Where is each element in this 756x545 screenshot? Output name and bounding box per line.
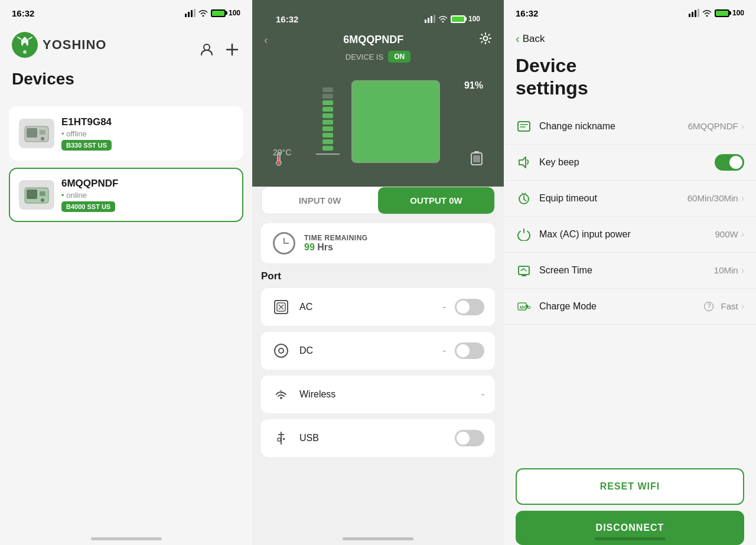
profile-button[interactable] [198, 41, 215, 58]
seg8 [322, 133, 333, 138]
device-thumbnail-0 [22, 122, 51, 145]
battery-right-icon [470, 151, 483, 169]
port-value-ac: - [443, 302, 446, 312]
svg-rect-54 [519, 266, 529, 275]
panel-devices: 16:32 100 [0, 0, 252, 545]
svg-point-7 [23, 50, 27, 54]
svg-point-16 [41, 137, 44, 141]
settings-item-screentime[interactable]: Screen Time 10Min › [504, 253, 756, 289]
svg-rect-28 [278, 156, 279, 162]
settings-label-screentime: Screen Time [539, 265, 707, 276]
settings-item-power[interactable]: Max (AC) input power 900W › [504, 217, 756, 253]
time-label: TIME REMAINING [304, 234, 368, 242]
wifi-icon-p2 [438, 15, 448, 22]
device-list: E1HT9G84 offline B330 SST US 6MQQPNDF on… [0, 106, 252, 222]
brand-name: YOSHINO [43, 37, 106, 53]
battery-text-p2: 100 [468, 15, 480, 23]
settings-value-chargemode: Fast › [721, 301, 744, 312]
time-remaining-card: TIME REMAINING 99 Hrs [261, 223, 495, 263]
chevron-screentime: › [741, 265, 744, 276]
page-title: Devices [12, 67, 240, 97]
thermometer-svg [273, 152, 285, 166]
settings-item-chargemode[interactable]: MODE Charge Mode ? Fast › [504, 289, 756, 325]
settings-title: Device settings [516, 54, 744, 100]
settings-value-timeout: 60Min/30Min › [687, 193, 744, 204]
settings-item-timeout[interactable]: Equip timeout 60Min/30Min › [504, 181, 756, 217]
svg-point-20 [41, 198, 44, 202]
chevron-chargemode: › [741, 301, 744, 312]
svg-rect-2 [191, 10, 193, 17]
port-item-ac: AC - [261, 288, 495, 326]
profile-icon [200, 43, 213, 56]
gear-icon [479, 32, 492, 45]
svg-point-10 [204, 44, 210, 50]
usb-toggle[interactable] [455, 430, 484, 446]
ac-toggle[interactable] [455, 299, 484, 315]
back-chevron: ‹ [516, 32, 520, 45]
chargemode-help-icon[interactable]: ? [704, 302, 713, 311]
svg-rect-45 [689, 14, 690, 17]
battery-segments [316, 87, 340, 156]
input-tab[interactable]: INPUT 0W [262, 187, 378, 214]
nickname-icon [516, 118, 532, 135]
panel-detail: 16:32 100 ‹ [252, 0, 504, 545]
device-info-1: 6MQQPNDF online B4000 SST US [61, 178, 233, 212]
header-top: YOSHINO [12, 32, 240, 67]
device-header-dark: 16:32 100 ‹ [252, 0, 504, 187]
settings-value-nickname: 6MQQPNDF › [688, 121, 744, 132]
seg10 [322, 146, 333, 151]
home-indicator-p1 [91, 537, 162, 540]
timeout-svg [517, 192, 531, 205]
output-tab[interactable]: OUTPUT 0W [378, 187, 494, 214]
chevron-nickname: › [741, 121, 744, 132]
svg-rect-47 [695, 10, 696, 17]
time-unit-label: Hrs [317, 242, 333, 252]
settings-gear-button[interactable] [479, 32, 492, 48]
back-button-p3[interactable]: ‹ Back [516, 32, 744, 45]
wireless-svg [273, 386, 289, 403]
svg-point-39 [280, 397, 282, 399]
settings-item-nickname[interactable]: Change nickname 6MQQPNDF › [504, 109, 756, 145]
port-item-wireless: Wireless - [261, 376, 495, 413]
device-info-0: E1HT9G84 offline B330 SST US [61, 116, 233, 151]
settings-item-keybeep[interactable]: Key beep [504, 145, 756, 181]
svg-rect-3 [194, 9, 195, 17]
keybeep-toggle[interactable] [715, 154, 744, 171]
home-indicator-p2 [343, 537, 413, 540]
keybeep-icon [516, 154, 532, 171]
battery-visual: 29°C 91% [264, 68, 492, 175]
port-title: Port [261, 270, 495, 282]
device-status-1: online [61, 191, 233, 200]
clock-icon [273, 232, 295, 254]
panel-settings: 16:32 100 ‹ Back Device settings [504, 0, 756, 545]
plus-icon [226, 43, 239, 56]
keybeep-svg [517, 156, 531, 169]
device-name-1: 6MQQPNDF [61, 178, 233, 190]
settings-value-power: 900W › [715, 229, 744, 240]
usb-icon [272, 429, 291, 448]
device-card-1[interactable]: 6MQQPNDF online B4000 SST US [9, 168, 243, 222]
port-item-dc: DC - [261, 332, 495, 370]
battery-icon-p3 [715, 9, 729, 17]
settings-value-screentime: 10Min › [714, 265, 744, 276]
dc-toggle[interactable] [455, 342, 484, 359]
svg-rect-0 [185, 14, 187, 17]
svg-rect-32 [473, 155, 480, 162]
reset-wifi-button[interactable]: RESET WIFI [516, 468, 744, 505]
svg-rect-24 [434, 15, 435, 23]
add-device-button[interactable] [224, 41, 240, 58]
svg-marker-52 [519, 157, 526, 168]
status-time-p3: 16:32 [516, 8, 538, 18]
device-card-0[interactable]: E1HT9G84 offline B330 SST US [9, 106, 243, 161]
nav-row: ‹ 6MQQPNDF [264, 32, 492, 48]
seg-divider [316, 154, 340, 155]
usb-svg [273, 430, 289, 446]
battery-percent: 91% [464, 80, 483, 91]
settings-label-chargemode: Charge Mode [539, 301, 695, 312]
svg-rect-14 [27, 128, 37, 138]
io-tabs: INPUT 0W OUTPUT 0W [261, 187, 495, 214]
chargemode-svg: MODE [517, 300, 531, 313]
port-value-wireless: - [481, 389, 484, 400]
svg-text:MODE: MODE [520, 305, 531, 310]
back-button-p2[interactable]: ‹ [264, 33, 268, 47]
